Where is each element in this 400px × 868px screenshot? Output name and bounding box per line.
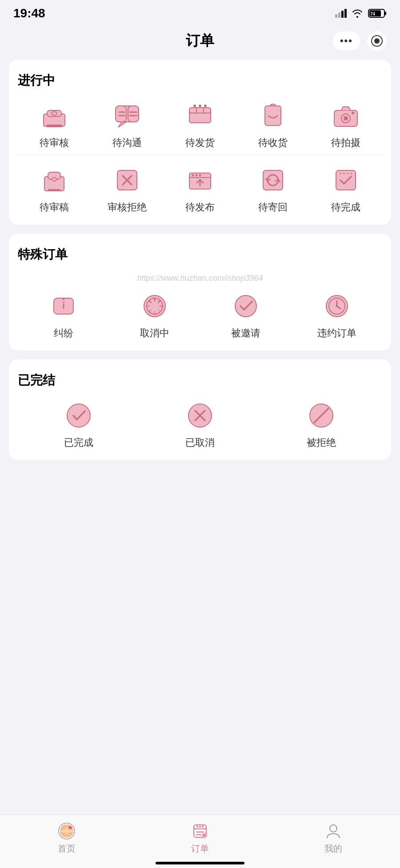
svg-point-9 — [52, 112, 57, 115]
pending-publish-icon — [184, 164, 216, 196]
pending-photo-icon — [330, 100, 362, 132]
done-item[interactable]: 已完成 — [18, 400, 139, 449]
svg-rect-11 — [116, 106, 126, 122]
pending-review-item[interactable]: 待审核 — [18, 100, 91, 149]
breach-item[interactable]: 违约订单 — [291, 290, 382, 340]
svg-point-31 — [52, 178, 56, 181]
pending-review-icon — [38, 100, 70, 132]
pending-receive-label: 待收货 — [258, 136, 288, 149]
invited-icon — [230, 290, 262, 322]
pending-chat-label: 待沟通 — [112, 136, 142, 149]
in-progress-card: 进行中 待审核 — [9, 60, 391, 225]
nav-order-label: 订单 — [191, 843, 209, 855]
pending-return-item[interactable]: 待寄回 — [236, 164, 309, 214]
nav-profile-label: 我的 — [324, 843, 342, 855]
pending-ship-label: 待发货 — [185, 136, 215, 149]
svg-point-27 — [344, 116, 348, 121]
pending-review-label: 待审核 — [40, 136, 69, 149]
svg-rect-18 — [189, 108, 211, 123]
dispute-label: 纠纷 — [54, 327, 73, 340]
pending-ship-item[interactable]: 待发货 — [164, 100, 236, 149]
page-header: 订单 ••• — [0, 24, 400, 60]
svg-rect-42 — [263, 170, 283, 190]
svg-point-63 — [336, 305, 338, 307]
pending-draft-item[interactable]: 待审稿 — [18, 164, 91, 214]
svg-point-5 — [374, 38, 380, 44]
rejected-item[interactable]: 被拒绝 — [261, 400, 382, 449]
svg-point-40 — [199, 174, 201, 177]
in-progress-title: 进行中 — [18, 72, 382, 89]
header-actions: ••• — [333, 31, 387, 51]
breach-label: 违约订单 — [317, 327, 356, 340]
rejected-icon — [305, 400, 337, 432]
pending-complete-label: 待完成 — [331, 201, 360, 214]
profile-nav-icon — [324, 822, 342, 840]
completed-grid: 已完成 已取消 被拒绝 — [18, 400, 382, 449]
done-label: 已完成 — [64, 436, 93, 449]
home-indicator — [156, 862, 244, 864]
pending-ship-icon — [184, 100, 216, 132]
special-orders-card: 特殊订单 https://www.huzhan.com/ishop3964 i … — [9, 234, 391, 351]
page-title: 订单 — [186, 31, 214, 51]
cancelling-label: 取消中 — [140, 327, 169, 340]
pending-publish-label: 待发布 — [185, 201, 215, 214]
svg-point-24 — [204, 105, 207, 107]
more-button[interactable]: ••• — [333, 32, 360, 50]
nav-profile[interactable]: 我的 — [311, 822, 356, 855]
rejected-label: 被拒绝 — [307, 436, 336, 449]
pending-photo-label: 待拍摄 — [331, 136, 360, 149]
cancelled-item[interactable]: 已取消 — [139, 400, 260, 449]
pending-photo-item[interactable]: 待拍摄 — [309, 100, 382, 149]
cancelling-item[interactable]: 取消中 — [109, 290, 200, 340]
pending-return-label: 待寄回 — [258, 201, 288, 214]
signal-icon — [335, 9, 347, 18]
cancelled-icon — [184, 400, 216, 432]
completed-card: 已完结 已完成 已取消 — [9, 359, 391, 460]
svg-rect-15 — [128, 106, 139, 122]
review-rejected-label: 审核拒绝 — [108, 201, 147, 214]
dispute-item[interactable]: i 纠纷 — [18, 290, 109, 340]
review-rejected-item[interactable]: 审核拒绝 — [91, 164, 164, 214]
pending-draft-label: 待审稿 — [40, 201, 69, 214]
svg-line-85 — [206, 837, 207, 838]
dispute-icon: i — [48, 290, 80, 322]
svg-point-28 — [352, 112, 354, 114]
status-bar: 19:48 74 — [0, 0, 400, 24]
review-rejected-icon — [111, 164, 143, 196]
in-progress-row1: 待审核 待沟通 — [18, 100, 382, 149]
svg-point-78 — [196, 826, 198, 828]
invited-label: 被邀请 — [231, 327, 260, 340]
pending-draft-icon — [38, 164, 70, 196]
pending-publish-item[interactable]: 待发布 — [164, 164, 236, 214]
record-button[interactable] — [367, 31, 387, 51]
in-progress-row2: 待审稿 审核拒绝 — [18, 164, 382, 214]
svg-marker-47 — [63, 298, 64, 300]
svg-rect-43 — [336, 170, 356, 190]
pending-receive-icon — [257, 100, 289, 132]
cancelling-icon — [139, 290, 171, 322]
order-nav-icon — [191, 822, 209, 840]
svg-point-86 — [330, 825, 337, 832]
svg-point-64 — [67, 404, 90, 427]
svg-point-39 — [196, 174, 198, 177]
record-icon — [371, 35, 383, 47]
breach-icon — [321, 290, 353, 322]
svg-point-79 — [199, 826, 201, 828]
status-icons: 74 — [335, 8, 387, 18]
nav-order[interactable]: 订单 — [178, 822, 222, 855]
invited-item[interactable]: 被邀请 — [200, 290, 291, 340]
svg-point-80 — [202, 826, 204, 828]
pending-receive-item[interactable]: 待收货 — [236, 100, 309, 149]
pending-complete-item[interactable]: 待完成 — [309, 164, 382, 214]
svg-marker-12 — [118, 122, 126, 127]
svg-point-22 — [193, 105, 196, 107]
nav-home[interactable]: 首页 — [44, 822, 89, 855]
watermark: https://www.huzhan.com/ishop3964 — [18, 274, 382, 283]
svg-point-23 — [199, 105, 201, 107]
pending-chat-icon — [111, 100, 143, 132]
special-orders-grid: i 纠纷 — [18, 290, 382, 340]
pending-chat-item[interactable]: 待沟通 — [91, 100, 164, 149]
status-time: 19:48 — [13, 6, 45, 20]
battery-icon: 74 — [368, 8, 387, 18]
special-orders-title: 特殊订单 — [18, 246, 382, 263]
